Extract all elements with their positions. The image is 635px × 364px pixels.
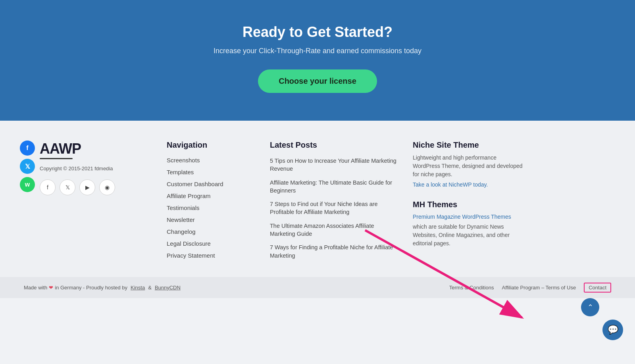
mh-themes-section: MH Themes Premium Magazine WordPress The…: [413, 200, 524, 248]
bottom-bar: Made with ❤ in Germany - Proudly hosted …: [0, 277, 635, 298]
latest-posts-list: 5 Tips on How to Increase Your Affiliate…: [270, 157, 397, 260]
footer-grid: f 𝕏 w AAWP Copyright © 2015-2021 fdmedia…: [40, 141, 595, 265]
hero-title: Ready to Get Started?: [8, 24, 627, 40]
bottom-left: Made with ❤ in Germany - Proudly hosted …: [24, 285, 181, 291]
mh-themes-description: which are suitable for Dynamic News Webs…: [413, 223, 524, 248]
list-item: Screenshots: [167, 157, 254, 164]
list-item: Legal Disclosure: [167, 240, 254, 247]
kinsta-link[interactable]: Kinsta: [131, 285, 145, 291]
hero-section: Ready to Get Started? Increase your Clic…: [0, 0, 635, 121]
heart-icon: ❤: [49, 285, 53, 291]
hero-subtitle: Increase your Click-Through-Rate and ear…: [8, 47, 627, 55]
list-item: Newsletter: [167, 216, 254, 223]
post-link-5[interactable]: 7 Ways for Finding a Profitable Niche fo…: [270, 244, 393, 258]
post-link-2[interactable]: Affiliate Marketing: The Ultimate Basic …: [270, 179, 392, 194]
youtube-btn[interactable]: ▶: [79, 179, 95, 195]
cta-button[interactable]: Choose your license: [258, 69, 377, 93]
post-link-1[interactable]: 5 Tips on How to Increase Your Affiliate…: [270, 158, 396, 172]
mh-themes-link[interactable]: Premium Magazine WordPress Themes: [413, 214, 511, 220]
amp-text: &: [148, 285, 152, 291]
in-germany-text: in Germany - Proudly hosted by: [55, 285, 127, 291]
nav-templates[interactable]: Templates: [167, 169, 194, 175]
bunnycdn-link[interactable]: BunnyCDN: [155, 285, 181, 291]
twitter-btn[interactable]: 𝕏: [60, 179, 75, 195]
nav-testimonials[interactable]: Testimonials: [167, 204, 200, 211]
sidebar-column: Niche Site Theme Lightweight and high pe…: [413, 141, 524, 265]
mh-themes-heading: MH Themes: [413, 200, 524, 209]
nav-newsletter[interactable]: Newsletter: [167, 216, 195, 223]
niche-site-section: Niche Site Theme Lightweight and high pe…: [413, 141, 524, 188]
navigation-column: Navigation Screenshots Templates Custome…: [167, 141, 254, 265]
latest-posts-column: Latest Posts 5 Tips on How to Increase Y…: [270, 141, 397, 265]
social-side: f 𝕏 w: [20, 141, 35, 192]
list-item: Changelog: [167, 228, 254, 235]
affiliate-terms-link[interactable]: Affiliate Program – Terms of Use: [502, 285, 576, 291]
facebook-side-icon[interactable]: f: [20, 141, 35, 156]
brand-column: f 𝕏 w AAWP Copyright © 2015-2021 fdmedia…: [40, 141, 151, 265]
list-item: Templates: [167, 169, 254, 176]
facebook-btn[interactable]: f: [40, 179, 56, 195]
list-item: 7 Ways for Finding a Profitable Niche fo…: [270, 243, 397, 260]
nav-customer-dashboard[interactable]: Customer Dashboard: [167, 181, 223, 187]
contact-link[interactable]: Contact: [584, 283, 611, 293]
latest-posts-heading: Latest Posts: [270, 141, 397, 150]
post-link-4[interactable]: The Ultimate Amazon Associates Affiliate…: [270, 223, 374, 237]
list-item: The Ultimate Amazon Associates Affiliate…: [270, 222, 397, 238]
list-item: 5 Tips on How to Increase Your Affiliate…: [270, 157, 397, 173]
nav-changelog[interactable]: Changelog: [167, 228, 196, 235]
terms-link[interactable]: Terms & Conditions: [449, 285, 494, 291]
bottom-right: Terms & Conditions Affiliate Program – T…: [449, 283, 611, 293]
niche-site-description: Lightweight and high performance WordPre…: [413, 154, 524, 179]
brand-logo: AAWP: [40, 141, 81, 159]
post-link-3[interactable]: 7 Steps to Find out if Your Niche Ideas …: [270, 201, 378, 215]
nav-legal[interactable]: Legal Disclosure: [167, 240, 211, 247]
whatsapp-side-icon[interactable]: w: [20, 177, 35, 192]
navigation-list: Screenshots Templates Customer Dashboard…: [167, 157, 254, 259]
list-item: Affiliate Program: [167, 193, 254, 200]
rss-btn[interactable]: ◉: [99, 179, 115, 195]
footer: f 𝕏 w AAWP Copyright © 2015-2021 fdmedia…: [0, 121, 635, 277]
navigation-heading: Navigation: [167, 141, 254, 150]
made-with-text: Made with: [24, 285, 47, 291]
niche-site-link[interactable]: Take a look at NicheWP today.: [413, 181, 488, 188]
nav-screenshots[interactable]: Screenshots: [167, 157, 200, 164]
list-item: Privacy Statement: [167, 252, 254, 259]
nav-affiliate-program[interactable]: Affiliate Program: [167, 193, 211, 199]
niche-site-heading: Niche Site Theme: [413, 141, 524, 150]
nav-privacy[interactable]: Privacy Statement: [167, 252, 215, 259]
list-item: Affiliate Marketing: The Ultimate Basic …: [270, 179, 397, 195]
social-row: f 𝕏 ▶ ◉: [40, 179, 151, 195]
twitter-side-icon[interactable]: 𝕏: [20, 159, 35, 174]
list-item: Customer Dashboard: [167, 181, 254, 188]
copyright: Copyright © 2015-2021 fdmedia: [40, 166, 151, 171]
list-item: Testimonials: [167, 204, 254, 212]
list-item: 7 Steps to Find out if Your Niche Ideas …: [270, 200, 397, 216]
